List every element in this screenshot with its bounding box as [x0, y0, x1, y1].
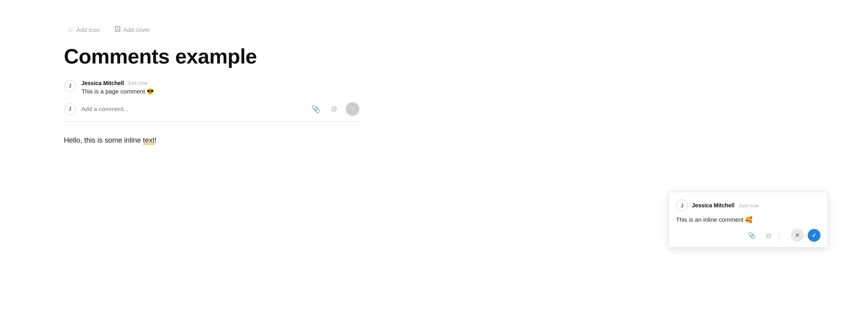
paperclip-icon: 📎	[311, 105, 320, 113]
cancel-inline-comment-button[interactable]: ✕	[791, 229, 804, 242]
add-cover-button[interactable]: 🖼 Add cover	[111, 24, 154, 35]
send-comment-button[interactable]: ↑	[346, 102, 359, 116]
inline-comment-popup: J Jessica Mitchell Just now This is an i…	[668, 192, 828, 248]
inline-comment-time: Just now	[739, 203, 759, 209]
page-title: Comments example	[64, 45, 359, 69]
mention-button[interactable]: @	[327, 102, 341, 116]
add-icon-button[interactable]: ☺ Add icon	[64, 24, 103, 35]
inline-comment-avatar: J	[676, 199, 688, 211]
inline-at-icon: @	[765, 232, 771, 239]
send-icon: ↑	[351, 105, 354, 113]
inline-text-before: Hello, this is some inline	[64, 136, 143, 144]
add-icon-label: Add icon	[76, 26, 99, 33]
inline-comment-text: This is an inline comment 🥰	[676, 216, 820, 223]
confirm-inline-comment-button[interactable]: ✓	[808, 229, 820, 242]
inline-comment-actions: 📎 @ ✕ ✓	[676, 229, 820, 242]
comment-avatar-letter: J	[68, 106, 71, 112]
inline-paperclip-icon: 📎	[748, 232, 756, 239]
cancel-icon: ✕	[795, 232, 800, 238]
page-body-content: Hello, this is some inline text!	[64, 135, 359, 146]
comment-time: Just now	[127, 80, 148, 86]
comment-body: Jessica Mitchell Just now This is a page…	[81, 80, 359, 95]
inline-avatar-letter: J	[680, 203, 683, 209]
action-divider	[779, 231, 787, 240]
comment-input-actions: 📎 @ ↑	[309, 102, 359, 116]
add-cover-label: Add cover	[123, 26, 151, 33]
comment-input-field[interactable]	[81, 103, 303, 115]
smiley-icon: ☺	[67, 26, 74, 34]
inline-text-after: !	[155, 136, 157, 144]
at-icon: @	[331, 105, 337, 113]
inline-attach-button[interactable]: 📎	[745, 229, 758, 242]
inline-comment-author: Jessica Mitchell	[692, 202, 735, 209]
comment-input-row: J 📎 @ ↑	[64, 102, 359, 122]
comment-item: J Jessica Mitchell Just now This is a pa…	[64, 80, 359, 95]
comment-meta: Jessica Mitchell Just now	[81, 80, 359, 86]
comment-author: Jessica Mitchell	[81, 80, 124, 86]
page-toolbar: ☺ Add icon 🖼 Add cover	[64, 24, 359, 35]
avatar-letter: J	[68, 83, 71, 89]
attach-button[interactable]: 📎	[309, 102, 323, 116]
image-icon: 🖼	[114, 26, 121, 34]
comment-text: This is a page comment 😎	[81, 88, 359, 95]
inline-comment-header: J Jessica Mitchell Just now	[676, 199, 820, 211]
comments-section: J Jessica Mitchell Just now This is a pa…	[64, 80, 359, 122]
comment-input-avatar: J	[64, 103, 76, 115]
inline-mention-button[interactable]: @	[762, 229, 775, 242]
avatar: J	[64, 80, 76, 92]
inline-text-highlighted[interactable]: text	[143, 136, 155, 144]
confirm-icon: ✓	[812, 232, 816, 238]
